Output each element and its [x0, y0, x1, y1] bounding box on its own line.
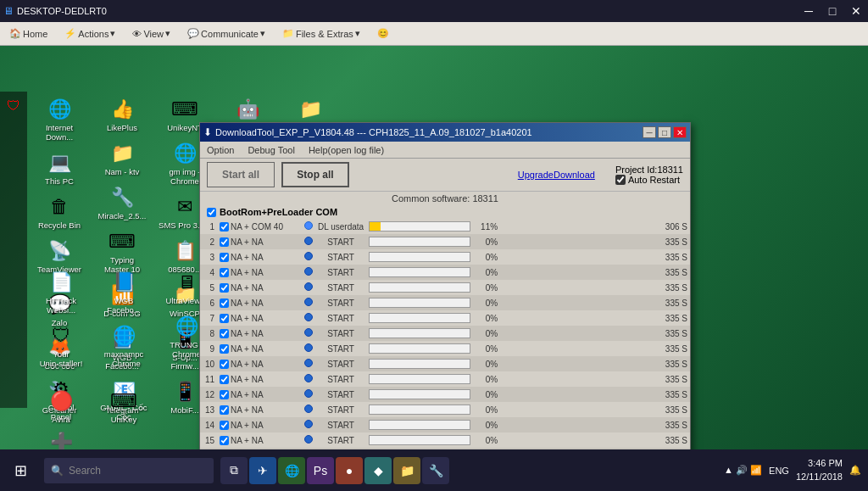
desktop-icon-unikey[interactable]: ⌨ UniKey — [94, 385, 153, 427]
progress-percent: 0% — [474, 436, 498, 445]
row-time: 335 S — [660, 295, 690, 310]
taskbar-red-app[interactable]: ● — [336, 457, 363, 484]
taskbar-taskview[interactable]: ⧉ — [220, 457, 248, 484]
row-checkbox-15[interactable] — [220, 436, 229, 445]
row-checkbox-6[interactable] — [220, 299, 229, 308]
status-indicator — [304, 237, 313, 245]
dl-menubar: Option Debug Tool Help(open log file) — [200, 142, 690, 159]
port-label: NA + NA — [231, 314, 264, 323]
row-checkbox-14[interactable] — [220, 421, 229, 430]
desktop-icon-nam-ktv[interactable]: 📁 Nam - ktv — [92, 137, 152, 180]
taskbar-telegram[interactable]: ✈ — [249, 457, 276, 484]
status-indicator — [304, 374, 313, 382]
row-checkbox-11[interactable] — [220, 375, 229, 384]
row-time: 335 S — [660, 402, 690, 417]
table-row: 3NA + NASTART0%335 S — [200, 249, 690, 265]
toolbar-communicate[interactable]: 💬 Communicate ▾ — [181, 25, 271, 42]
toolbar-files[interactable]: 📁 Files & Extras ▾ — [276, 25, 366, 42]
menu-help[interactable]: Help(open log file) — [302, 144, 391, 156]
upgrade-area: UpgradeDownload Project Id:18311 Auto Re… — [518, 165, 683, 185]
taskbar-chrome[interactable]: 🌐 — [278, 457, 305, 484]
row-checkbox-3[interactable] — [220, 253, 229, 262]
taskbar-photoshop[interactable]: Ps — [307, 457, 334, 484]
row-checkbox-13[interactable] — [220, 405, 229, 415]
action-label: START — [315, 371, 366, 387]
row-checkbox-7[interactable] — [220, 314, 229, 323]
maximize-button[interactable]: □ — [821, 0, 844, 22]
desktop-icon-avira[interactable]: 🔴 Avira — [31, 385, 91, 427]
search-icon: 🔍 — [51, 465, 64, 477]
row-checkbox-9[interactable] — [220, 344, 229, 354]
status-indicator — [304, 313, 313, 321]
row-checkbox-12[interactable] — [220, 390, 229, 399]
status-indicator — [304, 359, 313, 367]
desktop-icon-youruninstaller[interactable]: 🛡 YourUnin-staller! — [31, 320, 91, 371]
row-checkbox-10[interactable] — [220, 360, 229, 369]
close-button[interactable]: ✕ — [844, 0, 868, 22]
table-row: 16NA + NASTART0%335 S — [200, 448, 690, 449]
upgrade-link[interactable]: UpgradeDownload — [518, 170, 595, 180]
taskbar-blue-app[interactable]: ◆ — [364, 457, 392, 484]
taskbar-app8[interactable]: 🔧 — [422, 457, 449, 484]
progress-percent: 0% — [474, 375, 498, 384]
dl-minimize-button[interactable]: ─ — [643, 126, 656, 138]
row-checkbox-5[interactable] — [220, 283, 229, 293]
toolbar-home[interactable]: 🏠 Home — [3, 25, 53, 42]
desktop-icon-miracle[interactable]: 🔧 Miracle_2.5... — [92, 181, 152, 224]
auto-restart-checkbox[interactable] — [615, 175, 626, 185]
row-time: 335 S — [660, 249, 690, 265]
table-row: 6NA + NASTART0%335 S — [200, 295, 690, 310]
row-checkbox-2[interactable] — [220, 237, 229, 247]
desktop-icon-maxnampc[interactable]: 🌐 maxnampc- Chrome — [94, 320, 153, 371]
taskbar-explorer[interactable]: 📁 — [393, 457, 420, 484]
progress-percent: 0% — [474, 360, 498, 369]
table-row: 14NA + NASTART0%335 S — [200, 417, 690, 432]
table-row: 9NA + NASTART0%335 S — [200, 341, 690, 356]
desktop-icon-fplus[interactable]: ➕ FPlus — [31, 427, 91, 449]
progress-percent: 0% — [474, 344, 498, 354]
status-indicator — [304, 221, 313, 230]
dl-maximize-button[interactable]: □ — [658, 126, 671, 138]
clock-date: 12/11/2018 — [796, 471, 843, 483]
chevron-down-icon2: ▾ — [165, 28, 170, 39]
action-label: START — [315, 356, 366, 371]
row-time: 335 S — [660, 432, 690, 448]
row-time: 335 S — [660, 234, 690, 249]
section-checkbox[interactable] — [207, 208, 216, 217]
desktop-icon-httrack[interactable]: 📄 HTTrackWebsi... — [31, 266, 91, 318]
action-label: START — [315, 265, 366, 280]
desktop-icon-likeplus[interactable]: 👍 LikePlus — [92, 93, 152, 136]
menu-debug[interactable]: Debug Tool — [241, 144, 301, 156]
progress-percent: 0% — [474, 268, 498, 277]
stop-all-button[interactable]: Stop all — [281, 162, 349, 187]
action-label: DL userdata — [315, 219, 366, 234]
progress-percent: 0% — [474, 314, 498, 323]
progress-percent: 0% — [474, 299, 498, 308]
progress-cell: 11% — [366, 219, 660, 234]
start-button[interactable]: ⊞ — [0, 449, 41, 491]
toolbar-emoji[interactable]: 😊 — [371, 25, 395, 42]
action-label: START — [315, 310, 366, 326]
port-label: NA + NA — [231, 360, 264, 369]
toolbar-view[interactable]: 👁 View ▾ — [126, 25, 176, 42]
dl-close-button[interactable]: ✕ — [673, 126, 687, 138]
desktop-icon-wgb2[interactable]: 📘 WGBFacebo... — [94, 266, 153, 318]
row-checkbox-8[interactable] — [220, 329, 229, 338]
minimize-button[interactable]: ─ — [797, 0, 821, 22]
action-label: START — [315, 448, 366, 449]
screen-titlebar: 🖥 DESKTOP-DEDLRT0 ─ □ ✕ — [0, 0, 868, 22]
taskbar-search[interactable]: 🔍 Search — [44, 458, 214, 483]
row-checkbox-4[interactable] — [220, 268, 229, 277]
row-time: 335 S — [660, 448, 690, 449]
toolbar-actions[interactable]: ⚡ Actions ▾ — [58, 25, 121, 42]
menu-option[interactable]: Option — [200, 144, 241, 156]
row-checkbox-1[interactable] — [220, 222, 229, 232]
notification-icon[interactable]: 🔔 — [849, 465, 861, 476]
port-label: NA + NA — [231, 390, 264, 399]
start-all-button[interactable]: Start all — [207, 162, 275, 187]
table-row: 15NA + NASTART0%335 S — [200, 432, 690, 448]
desktop-icon-thispc[interactable]: 💻 This PC — [30, 147, 89, 189]
desktop-icon-internet[interactable]: 🌐 InternetDown... — [30, 93, 89, 145]
row-time: 306 S — [660, 219, 690, 234]
desktop-icon-recycle[interactable]: 🗑 Recycle Bin — [30, 191, 89, 233]
